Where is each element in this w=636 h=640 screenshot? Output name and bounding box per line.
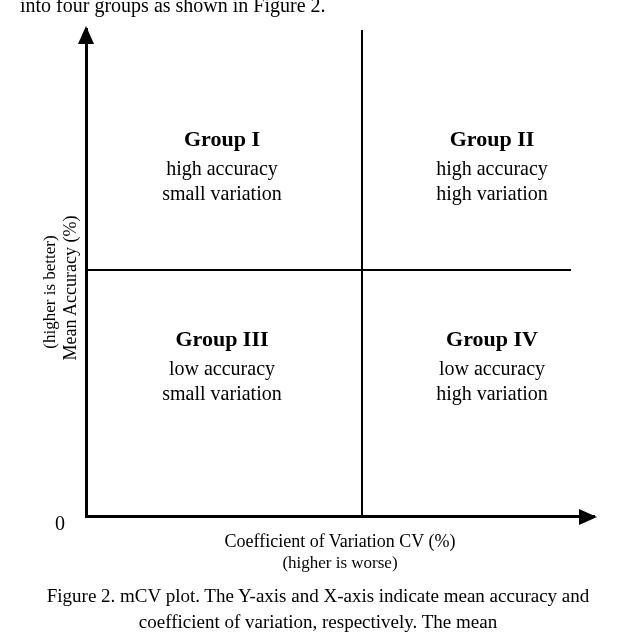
quadrant-line1: high accuracy [107, 156, 337, 181]
quadrant-line1: low accuracy [377, 356, 607, 381]
quadrant-line2: small variation [107, 181, 337, 206]
vertical-divider [361, 30, 363, 516]
quadrant-group-3: Group III low accuracy small variation [107, 326, 337, 406]
y-axis-arrow-icon [78, 26, 94, 44]
quadrant-line2: high variation [377, 381, 607, 406]
quadrant-line1: high accuracy [377, 156, 607, 181]
mcv-plot: Group I high accuracy small variation Gr… [85, 28, 595, 518]
y-axis [85, 28, 88, 518]
quadrant-line2: small variation [107, 381, 337, 406]
x-axis-label: Coefficient of Variation CV (%) [85, 531, 595, 552]
quadrant-group-2: Group II high accuracy high variation [377, 126, 607, 206]
figure-caption: Figure 2. mCV plot. The Y-axis and X-axi… [18, 583, 618, 634]
y-axis-label: Mean Accuracy (%) [60, 158, 81, 418]
preceding-body-text: into four groups as shown in Figure 2. [20, 0, 616, 17]
quadrant-title: Group II [377, 126, 607, 152]
quadrant-line2: high variation [377, 181, 607, 206]
horizontal-divider [87, 269, 571, 271]
quadrant-title: Group III [107, 326, 337, 352]
quadrant-line1: low accuracy [107, 356, 337, 381]
quadrant-title: Group IV [377, 326, 607, 352]
origin-label: 0 [55, 512, 65, 535]
quadrant-group-1: Group I high accuracy small variation [107, 126, 337, 206]
y-axis-label-group: Mean Accuracy (%) (higher is better) [32, 162, 72, 422]
quadrant-title: Group I [107, 126, 337, 152]
x-axis-sublabel: (higher is worse) [85, 553, 595, 573]
quadrant-group-4: Group IV low accuracy high variation [377, 326, 607, 406]
x-axis [85, 515, 595, 518]
y-axis-sublabel: (higher is better) [40, 192, 60, 392]
x-axis-arrow-icon [579, 509, 597, 525]
